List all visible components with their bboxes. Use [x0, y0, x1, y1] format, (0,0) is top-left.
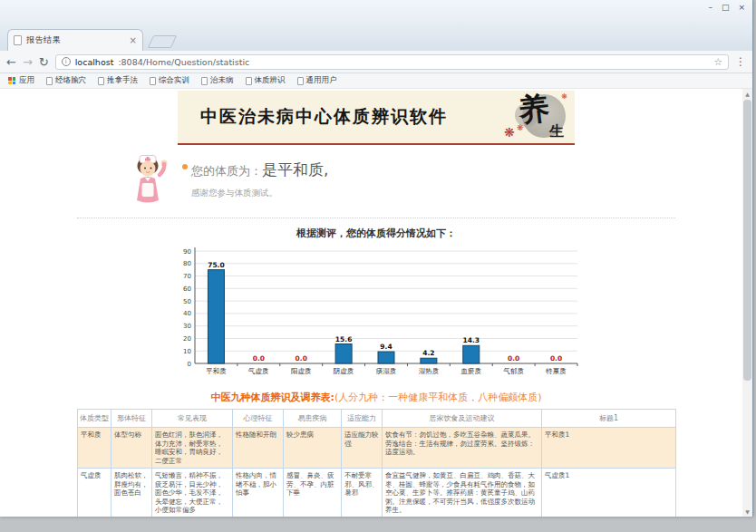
- scroll-up-icon[interactable]: ▲: [742, 89, 752, 99]
- bar-value-label: 15.6: [335, 335, 353, 343]
- page-scrollbar[interactable]: ▲ ▼: [742, 89, 752, 517]
- table-cell: 面色红润，肤色润泽，体力充沛，耐受寒热，睡眠安和，胃纳良好，二便正常: [152, 428, 233, 469]
- site-info-icon[interactable]: i: [62, 57, 71, 66]
- column-header: 适应能力: [342, 410, 383, 428]
- bar: [463, 345, 480, 363]
- back-button[interactable]: ←: [6, 56, 16, 68]
- refresh-button[interactable]: ↻: [39, 56, 49, 68]
- nurse-illustration: [128, 154, 173, 208]
- column-header: 标题1: [542, 410, 676, 428]
- bookmark-label: 综合实训: [159, 75, 189, 86]
- window-controls: – □ ×: [708, 3, 745, 12]
- bookmark-label: 治未病: [210, 75, 234, 86]
- browser-tab[interactable]: 报告结果 ×: [7, 29, 143, 51]
- maple-leaf-icon: ❋: [561, 92, 567, 101]
- x-category-label: 气虚质: [247, 367, 269, 375]
- constitution-table: 体质类型形体特征常见表现心理特征易患疾病适应能力居家饮食及运动建议标题1 平和质…: [77, 409, 676, 517]
- bookmark-label: 体质辨识: [255, 75, 286, 86]
- column-header: 常见表现: [152, 410, 233, 428]
- bookmark-item[interactable]: 体质辨识: [246, 75, 286, 86]
- bar: [421, 358, 437, 363]
- page-icon: [46, 77, 53, 85]
- x-category-label: 特禀质: [545, 367, 567, 375]
- window-close-button[interactable]: ×: [738, 3, 745, 12]
- bar: [378, 352, 394, 363]
- site-header-banner: 中医治未病中心体质辨识软件 养 生 ❋ ❋ ❋: [178, 91, 575, 145]
- page-icon: [98, 77, 104, 85]
- table-cell: 食宜益气健脾，如黄豆、白扁豆、鸡肉、香菇、大枣、桂圆、蜂蜜等，少食具有耗气作用的…: [383, 469, 542, 517]
- result-value: 是平和质,: [262, 160, 328, 180]
- apps-label: 应用: [19, 75, 34, 86]
- bookmark-label: 经络腧穴: [55, 75, 86, 86]
- bar-chart-svg: 010203040506070809075.0平和质0.0气虚质0.0阳虚质15…: [168, 242, 585, 380]
- apps-grid-icon: [8, 77, 15, 84]
- window-minimize-button[interactable]: –: [708, 3, 712, 12]
- bar-value-label: 9.4: [380, 343, 392, 351]
- x-category-label: 痰湿质: [376, 367, 397, 375]
- table-header-row: 体质类型形体特征常见表现心理特征易患疾病适应能力居家饮食及运动建议标题1: [78, 410, 676, 428]
- bookmark-item[interactable]: 推拿手法: [98, 75, 138, 86]
- y-tick-label: 40: [183, 310, 191, 317]
- bookmark-label: 通用用户: [306, 75, 337, 86]
- bookmark-item[interactable]: 经络腧穴: [46, 75, 86, 86]
- table-row: 平和质体型匀称面色红润，肤色润泽，体力充沛，耐受寒热，睡眠安和，胃纳良好，二便正…: [78, 428, 676, 469]
- bar-value-label: 75.0: [208, 261, 225, 269]
- bookmark-item[interactable]: 治未病: [201, 75, 234, 86]
- table-cell: 饮食有节：勿饥过饱，多吃五谷杂粮、蔬菜瓜果。劳逸结合：生活有规律，勿过度劳累。坚…: [383, 428, 542, 469]
- bar: [335, 344, 352, 363]
- x-category-label: 气郁质: [502, 367, 524, 375]
- bar-value-label: 14.3: [463, 336, 480, 344]
- bar-value-label: 0.0: [253, 354, 265, 363]
- browser-toolbar: ← → ↻ i localhost :8084/Home/Question/st…: [0, 51, 752, 73]
- bookmark-item[interactable]: 综合实训: [150, 75, 189, 86]
- scrollbar-thumb[interactable]: [743, 100, 751, 381]
- column-header: 易患疾病: [284, 410, 342, 428]
- bookmark-item[interactable]: 通用用户: [297, 75, 337, 86]
- y-tick-label: 80: [183, 260, 191, 267]
- y-tick-label: 60: [183, 285, 191, 293]
- table-cell: 不耐受寒邪、风邪、暑邪: [342, 469, 383, 517]
- table-cell: 平和质1: [542, 428, 676, 469]
- page-icon: [150, 77, 156, 85]
- tab-close-icon[interactable]: ×: [130, 35, 137, 45]
- column-header: 居家饮食及运动建议: [383, 410, 542, 428]
- forward-button[interactable]: →: [23, 56, 33, 68]
- section-divider: [77, 218, 675, 218]
- bookmarks-bar: 应用 经络腧穴推拿手法综合实训治未病体质辨识通用用户: [0, 73, 752, 89]
- chart-title: 根据测评，您的体质得分情况如下：: [77, 227, 675, 240]
- browser-window: – □ × 报告结果 × ← → ↻ i localhost :8084/Hom…: [0, 0, 753, 517]
- x-category-label: 阳虚质: [291, 367, 312, 375]
- browser-menu-icon[interactable]: ⋮: [735, 55, 746, 68]
- column-header: 心理特征: [233, 410, 284, 428]
- page-icon: [246, 77, 252, 85]
- page-icon: [297, 77, 304, 85]
- url-host: localhost: [75, 57, 114, 67]
- x-category-label: 阴虚质: [334, 367, 354, 375]
- url-path: :8084/Home/Question/statistic: [118, 57, 709, 67]
- x-category-label: 湿热质: [419, 367, 440, 375]
- result-label: 您的体质为：: [191, 163, 262, 179]
- column-header: 体质类型: [78, 410, 111, 428]
- table-cell: 感冒、鼻炎、疲劳、不孕、内脏下垂: [284, 469, 342, 517]
- y-tick-label: 50: [183, 298, 191, 305]
- table-cell: 体型匀称: [111, 428, 152, 469]
- table-title-sub: (人分九种：一种健康平和体质，八种偏颇体质): [334, 392, 542, 403]
- bookmark-label: 推拿手法: [107, 75, 138, 86]
- table-cell: 性格内向，情绪不稳，胆小怕事: [233, 469, 284, 517]
- table-cell: 气虚质: [78, 469, 111, 517]
- y-tick-label: 90: [183, 248, 191, 256]
- site-title: 中医治未病中心体质辨识软件: [178, 105, 470, 129]
- table-cell: 平和质: [78, 428, 111, 469]
- new-tab-button[interactable]: [148, 35, 178, 48]
- table-title: 中医九种体质辨识及调养表:(人分九种：一种健康平和体质，八种偏颇体质): [77, 391, 675, 404]
- bookmark-star-icon[interactable]: ☆: [713, 56, 722, 68]
- browser-titlebar: – □ × 报告结果 ×: [0, 0, 752, 51]
- page-icon: [201, 77, 208, 85]
- scroll-down-icon[interactable]: ▼: [742, 507, 752, 517]
- address-bar[interactable]: i localhost :8084/Home/Question/statisti…: [55, 54, 729, 70]
- tab-title: 报告结果: [26, 34, 125, 46]
- y-tick-label: 20: [183, 335, 191, 343]
- window-maximize-button[interactable]: □: [722, 3, 730, 12]
- x-category-label: 平和质: [206, 367, 227, 375]
- bookmark-apps[interactable]: 应用: [8, 75, 34, 86]
